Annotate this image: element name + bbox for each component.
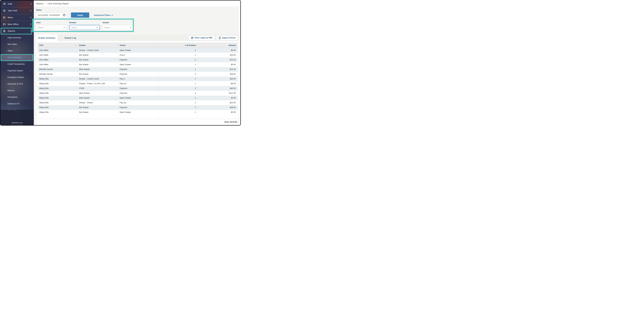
cell-amount: $40.00 — [198, 86, 238, 91]
caret-down-icon: ▼ — [130, 27, 131, 28]
table-row[interactable]: John Miller Drawer - Jordan's desk Open … — [38, 48, 238, 53]
table-row[interactable]: Michelle Jacobs Main drawer Payment 1 $1… — [38, 67, 238, 72]
cell-amount: $26.20 — [198, 72, 238, 77]
reports-submenu: Daily Summary Item Sales Offers Cash Sum… — [0, 34, 34, 114]
cell-drawer: Drawer - Jordan's desk — [78, 77, 118, 81]
drawer-summary-card: User↑ Drawer Action # of Actions Amount … — [36, 41, 239, 126]
table-row[interactable]: John Miller Bar drawer Pay in 1 $25.00 — [38, 53, 238, 58]
breadcrumb-reports[interactable]: Reports — [36, 3, 44, 5]
reports-submenu-item[interactable]: Offers — [0, 48, 34, 54]
column-header-drawer[interactable]: Drawer — [78, 43, 118, 48]
excel-file-icon: XLS — [219, 37, 221, 39]
cell-amount: $0.00 — [198, 48, 238, 53]
app-window: Staff Tabit Shift — [0, 0, 241, 126]
folder-open-icon — [3, 23, 6, 26]
reports-submenu-item[interactable]: Payments Report — [0, 67, 34, 74]
tab-drawer-log[interactable]: Drawer Log — [58, 35, 83, 41]
cell-amount: $20.00 — [198, 77, 238, 81]
calendar-icon — [63, 14, 66, 16]
reports-submenu-item[interactable]: Cash Summary — [0, 54, 34, 61]
table-row[interactable]: John Miller Bar drawer Open Drawer 1 $0.… — [38, 62, 238, 67]
cell-drawer: Bar drawer — [78, 110, 118, 115]
action-select[interactable]: Select ▼ — [102, 25, 133, 30]
date-range-input[interactable]: 01/12/2025 - 01/14/2025 — [36, 13, 67, 18]
cell-drawer: Drawer - Citizen — [78, 100, 118, 105]
export-toolbar: Print / export to PDF XLS Export to Exce… — [188, 35, 239, 41]
caret-down-icon: ▼ — [96, 27, 98, 28]
cell-drawer: Bar drawer — [78, 53, 118, 58]
cell-user: Abbey Ellis — [38, 96, 78, 100]
cell-drawer: Bar drawer — [78, 62, 118, 67]
column-header-action[interactable]: Action — [118, 43, 158, 48]
table-row[interactable]: Abbey Ellis Drawer - Citizen Pay out 1 -… — [38, 100, 238, 105]
table-header-row: User↑ Drawer Action # of Actions Amount — [38, 43, 238, 48]
reports-submenu-item[interactable]: Credit Transactions — [0, 61, 34, 67]
cell-action: Payment — [118, 67, 158, 72]
reports-submenu-item[interactable]: Daily Summary — [0, 34, 34, 41]
table-row[interactable]: Michelle Jacobs Bar drawer Payment 2 $26… — [38, 72, 238, 77]
column-header-num-actions[interactable]: # of Actions — [158, 43, 198, 48]
table-row[interactable]: Abbey Ellis Drawer - Printer: 10.100.2.2… — [38, 81, 238, 86]
cell-num-actions: 2 — [158, 86, 198, 91]
table-row[interactable]: Abbey Ellis STAR Payment 2 $40.00 — [38, 86, 238, 91]
cell-action: Open Drawer — [118, 48, 158, 53]
cell-drawer: Bar drawer — [78, 105, 118, 110]
sidebar-item-tabit-shift[interactable]: Tabit Shift — [0, 7, 34, 14]
total-amount: Total: $279.60 — [224, 121, 237, 123]
staff-icon — [3, 3, 6, 5]
tab-drawer-summary[interactable]: Drawer Summary — [36, 35, 58, 41]
cell-user: Michelle Jacobs — [38, 72, 78, 77]
sidebar-item-staff[interactable]: Staff — [0, 1, 34, 7]
filter-action-label: Action — [102, 21, 133, 24]
reports-submenu-item[interactable]: Delivery & TA — [0, 100, 34, 107]
cell-amount: $0.00 — [198, 62, 238, 67]
reports-submenu-item[interactable]: Item Sales — [0, 41, 34, 48]
cell-drawer: Bar drawer — [78, 72, 118, 77]
sidebar-item-menu[interactable]: Menu — [0, 14, 34, 21]
advanced-filters-toggle[interactable]: Advanced Filters ∧ — [94, 14, 113, 16]
table-row[interactable]: Abbey Ellis Bar drawer Open Drawer 1 $0.… — [38, 110, 238, 115]
sidebar-item-reports[interactable]: Reports — [0, 28, 34, 34]
dates-label: Dates — [36, 9, 239, 11]
column-header-amount[interactable]: Amount — [198, 43, 238, 48]
drawer-select[interactable]: Select ▼ — [69, 25, 100, 30]
print-export-pdf-button[interactable]: Print / export to PDF — [188, 36, 215, 40]
sidebar-item-back-office[interactable]: Back Office — [0, 21, 34, 28]
table-row[interactable]: John Miller Bar drawer Payment 1 $13.10 — [38, 58, 238, 62]
cell-drawer: Bar drawer — [78, 58, 118, 62]
export-excel-button[interactable]: XLS Export to Excel — [216, 36, 238, 40]
report-document-icon — [3, 30, 6, 32]
cell-amount: $117.90 — [198, 91, 238, 96]
cell-drawer: STAR — [78, 86, 118, 91]
filter-drawer: Drawer Select ▼ — [69, 21, 100, 30]
cell-amount: -$10.00 — [198, 100, 238, 105]
reports-submenu-item[interactable]: Promotions — [0, 94, 34, 100]
table-row[interactable]: Abbey Ellis Main drawer Open Drawer 1 $0… — [38, 96, 238, 100]
reports-submenu-item[interactable]: Discounts & OTH — [0, 81, 34, 87]
cell-drawer: Drawer - Printer: 10.100.2.230 — [78, 81, 118, 86]
column-header-user[interactable]: User↑ — [38, 43, 78, 48]
cell-drawer: Main drawer — [78, 67, 118, 72]
reports-submenu-item[interactable]: Exceptions Report — [0, 74, 34, 81]
cell-num-actions: 1 — [158, 77, 198, 81]
table-row[interactable]: Abbey Ellis Bar drawer Payment 7 $39.30 — [38, 105, 238, 110]
cell-amount: $13.10 — [198, 58, 238, 62]
cell-user: John Miller — [38, 48, 78, 53]
reports-submenu-item[interactable]: Returns — [0, 87, 34, 94]
cell-action: Pay out — [118, 81, 158, 86]
apply-button[interactable]: Apply — [71, 13, 89, 18]
cell-num-actions: 1 — [158, 58, 198, 62]
table-row[interactable]: Abbey Ellis Drawer - Jordan's desk Pay i… — [38, 77, 238, 81]
cell-action: Open Drawer — [118, 62, 158, 67]
table-row[interactable]: Abbey Ellis Main drawer Payment 3 $117.9… — [38, 91, 238, 96]
cell-action: Open Drawer — [118, 96, 158, 100]
tab-strip: Drawer Summary Drawer Log Print / export… — [36, 35, 239, 41]
scrollbar[interactable] — [239, 7, 240, 125]
user-select[interactable]: Select ▼ — [36, 25, 67, 30]
svg-text:XLS: XLS — [219, 38, 220, 39]
sort-ascending-icon[interactable]: ↑ — [75, 44, 76, 47]
sidebar-item-label: Back Office — [8, 23, 18, 25]
cell-action: Payment — [118, 91, 158, 96]
cell-amount: $13.10 — [198, 67, 238, 72]
empty-row — [38, 115, 238, 119]
